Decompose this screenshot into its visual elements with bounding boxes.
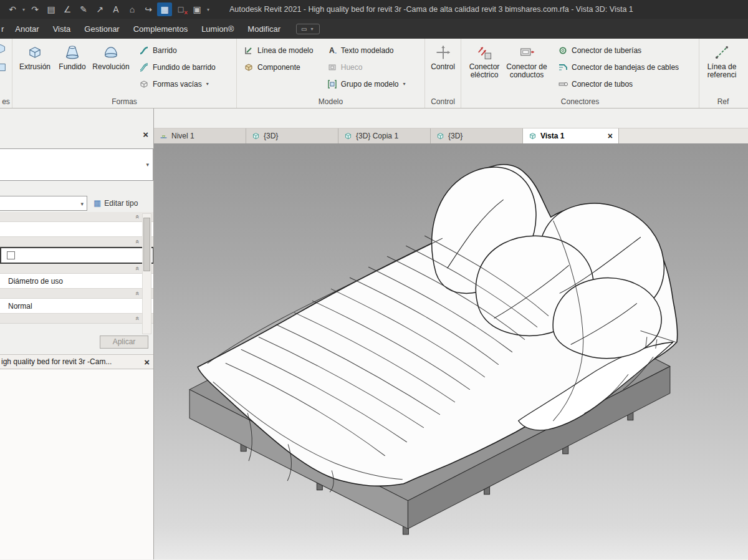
tab-partial[interactable]: r xyxy=(0,19,8,39)
dimension-icon[interactable]: ↗ xyxy=(92,2,107,16)
revolucion-button[interactable]: Revolución xyxy=(90,42,132,95)
filter-combobox[interactable]: ▾ xyxy=(0,196,87,211)
type-selector-combobox[interactable]: ▾ xyxy=(0,148,153,181)
chevron-down-icon: ▾ xyxy=(146,162,149,168)
group-header[interactable]: « xyxy=(0,237,154,247)
grupo-de-modelo-button[interactable]: Grupo de modelo ▾ xyxy=(325,75,421,92)
view-tab-vista-1[interactable]: Vista 1 × xyxy=(523,128,619,143)
tab-gestionar[interactable]: Gestionar xyxy=(77,19,126,39)
group-header[interactable]: « xyxy=(0,264,154,274)
view-cube-icon[interactable]: ⌂ xyxy=(125,2,140,16)
button-label: Conector de bandejas de cables xyxy=(572,63,679,72)
quick-access-toolbar: ↶ ▾ ↷ ▤ ∠ ✎ ↗ A ⌂ ↪ ▦ □× ▣ ▾ xyxy=(5,2,211,16)
browser-caption-label: igh quality bed for revit 3r -Cam... xyxy=(1,357,112,366)
control-icon xyxy=(434,44,452,61)
schedule-icon[interactable]: ▦ xyxy=(157,2,172,16)
collapse-icon[interactable]: « xyxy=(133,316,140,320)
tab-anotar[interactable]: Anotar xyxy=(8,19,46,39)
view-tab-3d-copia-1[interactable]: {3D} Copia 1 xyxy=(338,128,431,143)
scrollbar-thumb[interactable] xyxy=(143,218,150,271)
hueco-button: Hueco xyxy=(325,59,421,75)
properties-scrollbar[interactable] xyxy=(142,213,151,334)
property-row[interactable] xyxy=(0,222,154,237)
bed-3d-drawing xyxy=(154,143,748,559)
collapse-icon[interactable]: « xyxy=(133,291,140,295)
scale-icon[interactable]: ∠ xyxy=(60,2,75,16)
group-header[interactable]: « xyxy=(0,314,154,324)
button-label: Componente xyxy=(257,63,300,72)
drawing-canvas[interactable] xyxy=(154,143,748,559)
collapse-icon[interactable]: « xyxy=(133,266,140,270)
view-tab-3d-2[interactable]: {3D} xyxy=(431,128,523,143)
view-tab-3d[interactable]: {3D} xyxy=(246,128,338,143)
forward-icon[interactable]: ↪ xyxy=(141,2,156,16)
measure-icon[interactable]: ✎ xyxy=(76,2,91,16)
control-button[interactable]: Control xyxy=(428,42,458,95)
conector-de-tuberias-button[interactable]: Conector de tuberías xyxy=(555,42,681,59)
conector-de-conductos-button[interactable]: Conector de conductos xyxy=(504,42,549,95)
property-row[interactable]: Diámetro de uso xyxy=(0,274,154,289)
redo-icon[interactable]: ↷ xyxy=(27,2,42,16)
tab-complementos[interactable]: Complementos xyxy=(127,19,194,39)
project-browser-caption[interactable]: igh quality bed for revit 3r -Cam... × xyxy=(0,354,153,369)
switch-windows-icon[interactable]: ▣ xyxy=(189,2,204,16)
extrusion-button[interactable]: Extrusión xyxy=(16,42,54,95)
close-hidden-windows-icon[interactable]: □× xyxy=(173,2,188,16)
linea-de-modelo-button[interactable]: Línea de modelo xyxy=(241,42,320,59)
dropdown-caret-icon[interactable]: ▾ xyxy=(206,7,211,12)
edit-type-icon: ▦ xyxy=(94,198,101,208)
button-label: Extrusión xyxy=(19,63,50,71)
svg-text:A: A xyxy=(329,46,335,55)
apply-button[interactable]: Aplicar xyxy=(100,336,148,349)
tab-lumion[interactable]: Lumion® xyxy=(194,19,241,39)
view-tab-nivel-1[interactable]: Nivel 1 xyxy=(154,128,246,143)
print-icon[interactable]: ▤ xyxy=(44,2,59,16)
cut-icon xyxy=(0,42,7,56)
barrido-icon xyxy=(139,46,149,56)
checkbox[interactable] xyxy=(7,251,15,259)
conector-electrico-button[interactable]: Conector eléctrico xyxy=(464,42,504,95)
fundido-barrido-icon xyxy=(139,62,149,72)
extrusion-icon xyxy=(26,44,44,61)
group-header[interactable]: « xyxy=(0,289,154,299)
fundido-de-barrido-button[interactable]: Fundido de barrido xyxy=(137,59,218,75)
linea-de-referencia-button[interactable]: Línea de referenci xyxy=(702,42,741,95)
edit-type-button[interactable]: ▦ Editar tipo xyxy=(94,195,152,211)
linea-modelo-icon xyxy=(244,46,254,56)
collapse-icon[interactable]: « xyxy=(133,239,140,243)
barrido-button[interactable]: Barrido xyxy=(137,42,218,59)
button-label: Conector de tubos xyxy=(572,80,633,89)
conector-de-bandejas-button[interactable]: Conector de bandejas de cables xyxy=(555,59,681,75)
dropdown-caret-icon: ▾ xyxy=(310,26,315,32)
property-row[interactable]: Normal xyxy=(0,299,154,314)
close-icon[interactable]: × xyxy=(144,357,150,367)
view-tab-label: Nivel 1 xyxy=(171,132,194,140)
close-icon[interactable]: × xyxy=(143,130,148,139)
collapse-icon[interactable]: « xyxy=(133,215,140,218)
dropdown-caret-icon[interactable]: ▾ xyxy=(21,7,26,12)
tab-modificar[interactable]: Modificar xyxy=(241,19,287,39)
tab-vista[interactable]: Vista xyxy=(46,19,78,39)
componente-button[interactable]: Componente xyxy=(241,59,320,75)
undo-icon[interactable]: ↶ xyxy=(5,2,20,16)
property-row-selected[interactable] xyxy=(0,247,154,264)
conector-de-tubos-button[interactable]: Conector de tubos xyxy=(555,75,681,92)
view-tab-label: {3D} Copia 1 xyxy=(356,132,398,140)
formas-vacias-button[interactable]: Formas vacías ▾ xyxy=(137,75,218,92)
dropdown-caret-icon[interactable]: ▾ xyxy=(206,81,209,87)
fundido-button[interactable]: Fundido xyxy=(54,42,90,95)
hueco-icon xyxy=(327,62,337,72)
button-label: Conector de conductos xyxy=(504,63,549,79)
text-icon[interactable]: A xyxy=(108,2,123,16)
group-header[interactable]: « xyxy=(0,212,154,222)
dropdown-caret-icon[interactable]: ▾ xyxy=(403,81,406,87)
texto-modelado-button[interactable]: A Texto modelado xyxy=(325,42,421,59)
main-area: × ▾ ▾ ▦ Editar tipo « « « Diámetro de us… xyxy=(0,109,748,559)
button-label: Grupo de modelo xyxy=(341,80,399,89)
edit-type-label: Editar tipo xyxy=(104,199,138,208)
close-icon[interactable]: × xyxy=(608,131,613,141)
ribbon-state-button[interactable]: ▭ ▾ xyxy=(296,24,319,34)
view-tab-label: {3D} xyxy=(264,132,278,140)
panel-label: Ref xyxy=(699,95,747,108)
options-bar xyxy=(154,109,748,128)
